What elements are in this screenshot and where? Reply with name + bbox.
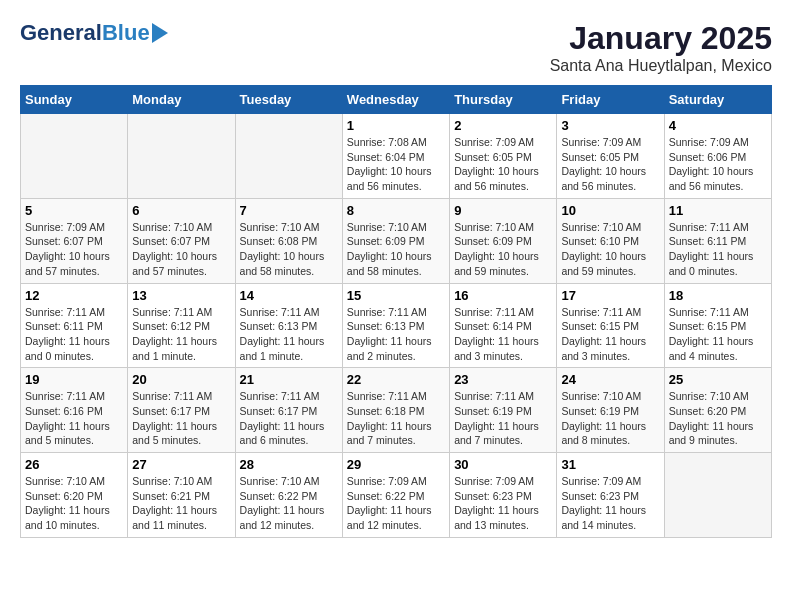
- calendar-table: SundayMondayTuesdayWednesdayThursdayFrid…: [20, 85, 772, 538]
- day-number: 12: [25, 288, 123, 303]
- day-info: Sunrise: 7:10 AM Sunset: 6:19 PM Dayligh…: [561, 389, 659, 448]
- logo: General Blue: [20, 20, 168, 46]
- calendar-cell: 18Sunrise: 7:11 AM Sunset: 6:15 PM Dayli…: [664, 283, 771, 368]
- day-number: 25: [669, 372, 767, 387]
- day-info: Sunrise: 7:09 AM Sunset: 6:07 PM Dayligh…: [25, 220, 123, 279]
- day-number: 27: [132, 457, 230, 472]
- day-number: 5: [25, 203, 123, 218]
- day-info: Sunrise: 7:11 AM Sunset: 6:13 PM Dayligh…: [240, 305, 338, 364]
- calendar-cell: 26Sunrise: 7:10 AM Sunset: 6:20 PM Dayli…: [21, 453, 128, 538]
- day-info: Sunrise: 7:11 AM Sunset: 6:13 PM Dayligh…: [347, 305, 445, 364]
- calendar-cell: 25Sunrise: 7:10 AM Sunset: 6:20 PM Dayli…: [664, 368, 771, 453]
- day-info: Sunrise: 7:11 AM Sunset: 6:11 PM Dayligh…: [25, 305, 123, 364]
- calendar-cell: 11Sunrise: 7:11 AM Sunset: 6:11 PM Dayli…: [664, 198, 771, 283]
- day-number: 26: [25, 457, 123, 472]
- page-header: General Blue January 2025 Santa Ana Huey…: [20, 20, 772, 75]
- calendar-header: SundayMondayTuesdayWednesdayThursdayFrid…: [21, 86, 772, 114]
- header-thursday: Thursday: [450, 86, 557, 114]
- day-number: 13: [132, 288, 230, 303]
- day-info: Sunrise: 7:08 AM Sunset: 6:04 PM Dayligh…: [347, 135, 445, 194]
- day-number: 2: [454, 118, 552, 133]
- day-info: Sunrise: 7:10 AM Sunset: 6:07 PM Dayligh…: [132, 220, 230, 279]
- header-tuesday: Tuesday: [235, 86, 342, 114]
- day-number: 19: [25, 372, 123, 387]
- day-number: 29: [347, 457, 445, 472]
- day-number: 10: [561, 203, 659, 218]
- day-info: Sunrise: 7:10 AM Sunset: 6:08 PM Dayligh…: [240, 220, 338, 279]
- calendar-cell: 12Sunrise: 7:11 AM Sunset: 6:11 PM Dayli…: [21, 283, 128, 368]
- calendar-cell: 1Sunrise: 7:08 AM Sunset: 6:04 PM Daylig…: [342, 114, 449, 199]
- header-wednesday: Wednesday: [342, 86, 449, 114]
- calendar-cell: 27Sunrise: 7:10 AM Sunset: 6:21 PM Dayli…: [128, 453, 235, 538]
- week-row-3: 19Sunrise: 7:11 AM Sunset: 6:16 PM Dayli…: [21, 368, 772, 453]
- day-info: Sunrise: 7:09 AM Sunset: 6:05 PM Dayligh…: [561, 135, 659, 194]
- day-number: 24: [561, 372, 659, 387]
- day-info: Sunrise: 7:11 AM Sunset: 6:14 PM Dayligh…: [454, 305, 552, 364]
- header-sunday: Sunday: [21, 86, 128, 114]
- day-number: 18: [669, 288, 767, 303]
- calendar-cell: 3Sunrise: 7:09 AM Sunset: 6:05 PM Daylig…: [557, 114, 664, 199]
- main-title: January 2025: [550, 20, 772, 57]
- calendar-cell: [235, 114, 342, 199]
- day-info: Sunrise: 7:11 AM Sunset: 6:18 PM Dayligh…: [347, 389, 445, 448]
- day-info: Sunrise: 7:09 AM Sunset: 6:22 PM Dayligh…: [347, 474, 445, 533]
- subtitle: Santa Ana Hueytlalpan, Mexico: [550, 57, 772, 75]
- day-info: Sunrise: 7:11 AM Sunset: 6:15 PM Dayligh…: [669, 305, 767, 364]
- calendar-cell: 8Sunrise: 7:10 AM Sunset: 6:09 PM Daylig…: [342, 198, 449, 283]
- day-info: Sunrise: 7:11 AM Sunset: 6:17 PM Dayligh…: [240, 389, 338, 448]
- day-info: Sunrise: 7:11 AM Sunset: 6:15 PM Dayligh…: [561, 305, 659, 364]
- day-info: Sunrise: 7:10 AM Sunset: 6:10 PM Dayligh…: [561, 220, 659, 279]
- day-number: 17: [561, 288, 659, 303]
- week-row-4: 26Sunrise: 7:10 AM Sunset: 6:20 PM Dayli…: [21, 453, 772, 538]
- calendar-cell: 15Sunrise: 7:11 AM Sunset: 6:13 PM Dayli…: [342, 283, 449, 368]
- logo-arrow-icon: [152, 23, 168, 43]
- calendar-cell: 13Sunrise: 7:11 AM Sunset: 6:12 PM Dayli…: [128, 283, 235, 368]
- day-number: 7: [240, 203, 338, 218]
- header-saturday: Saturday: [664, 86, 771, 114]
- calendar-body: 1Sunrise: 7:08 AM Sunset: 6:04 PM Daylig…: [21, 114, 772, 538]
- day-info: Sunrise: 7:11 AM Sunset: 6:16 PM Dayligh…: [25, 389, 123, 448]
- day-number: 23: [454, 372, 552, 387]
- week-row-2: 12Sunrise: 7:11 AM Sunset: 6:11 PM Dayli…: [21, 283, 772, 368]
- header-monday: Monday: [128, 86, 235, 114]
- calendar-cell: 21Sunrise: 7:11 AM Sunset: 6:17 PM Dayli…: [235, 368, 342, 453]
- day-info: Sunrise: 7:09 AM Sunset: 6:06 PM Dayligh…: [669, 135, 767, 194]
- day-number: 8: [347, 203, 445, 218]
- day-info: Sunrise: 7:09 AM Sunset: 6:23 PM Dayligh…: [454, 474, 552, 533]
- day-number: 11: [669, 203, 767, 218]
- calendar-cell: 2Sunrise: 7:09 AM Sunset: 6:05 PM Daylig…: [450, 114, 557, 199]
- calendar-cell: 23Sunrise: 7:11 AM Sunset: 6:19 PM Dayli…: [450, 368, 557, 453]
- logo-general: General: [20, 20, 102, 46]
- day-info: Sunrise: 7:10 AM Sunset: 6:21 PM Dayligh…: [132, 474, 230, 533]
- title-section: January 2025 Santa Ana Hueytlalpan, Mexi…: [550, 20, 772, 75]
- day-number: 20: [132, 372, 230, 387]
- calendar-cell: 28Sunrise: 7:10 AM Sunset: 6:22 PM Dayli…: [235, 453, 342, 538]
- calendar-cell: 19Sunrise: 7:11 AM Sunset: 6:16 PM Dayli…: [21, 368, 128, 453]
- day-info: Sunrise: 7:11 AM Sunset: 6:17 PM Dayligh…: [132, 389, 230, 448]
- week-row-1: 5Sunrise: 7:09 AM Sunset: 6:07 PM Daylig…: [21, 198, 772, 283]
- day-number: 31: [561, 457, 659, 472]
- calendar-cell: 22Sunrise: 7:11 AM Sunset: 6:18 PM Dayli…: [342, 368, 449, 453]
- calendar-cell: 7Sunrise: 7:10 AM Sunset: 6:08 PM Daylig…: [235, 198, 342, 283]
- day-info: Sunrise: 7:10 AM Sunset: 6:09 PM Dayligh…: [347, 220, 445, 279]
- day-number: 22: [347, 372, 445, 387]
- calendar-cell: 31Sunrise: 7:09 AM Sunset: 6:23 PM Dayli…: [557, 453, 664, 538]
- day-info: Sunrise: 7:10 AM Sunset: 6:20 PM Dayligh…: [669, 389, 767, 448]
- logo-blue: Blue: [102, 20, 150, 46]
- day-number: 28: [240, 457, 338, 472]
- day-number: 21: [240, 372, 338, 387]
- day-info: Sunrise: 7:09 AM Sunset: 6:23 PM Dayligh…: [561, 474, 659, 533]
- calendar-cell: 29Sunrise: 7:09 AM Sunset: 6:22 PM Dayli…: [342, 453, 449, 538]
- calendar-cell: 4Sunrise: 7:09 AM Sunset: 6:06 PM Daylig…: [664, 114, 771, 199]
- calendar-cell: 20Sunrise: 7:11 AM Sunset: 6:17 PM Dayli…: [128, 368, 235, 453]
- day-info: Sunrise: 7:10 AM Sunset: 6:20 PM Dayligh…: [25, 474, 123, 533]
- day-info: Sunrise: 7:11 AM Sunset: 6:19 PM Dayligh…: [454, 389, 552, 448]
- day-info: Sunrise: 7:11 AM Sunset: 6:12 PM Dayligh…: [132, 305, 230, 364]
- calendar-cell: 30Sunrise: 7:09 AM Sunset: 6:23 PM Dayli…: [450, 453, 557, 538]
- logo-text: General Blue: [20, 20, 168, 46]
- day-number: 3: [561, 118, 659, 133]
- calendar-cell: 10Sunrise: 7:10 AM Sunset: 6:10 PM Dayli…: [557, 198, 664, 283]
- calendar-cell: 5Sunrise: 7:09 AM Sunset: 6:07 PM Daylig…: [21, 198, 128, 283]
- calendar-cell: 16Sunrise: 7:11 AM Sunset: 6:14 PM Dayli…: [450, 283, 557, 368]
- day-number: 16: [454, 288, 552, 303]
